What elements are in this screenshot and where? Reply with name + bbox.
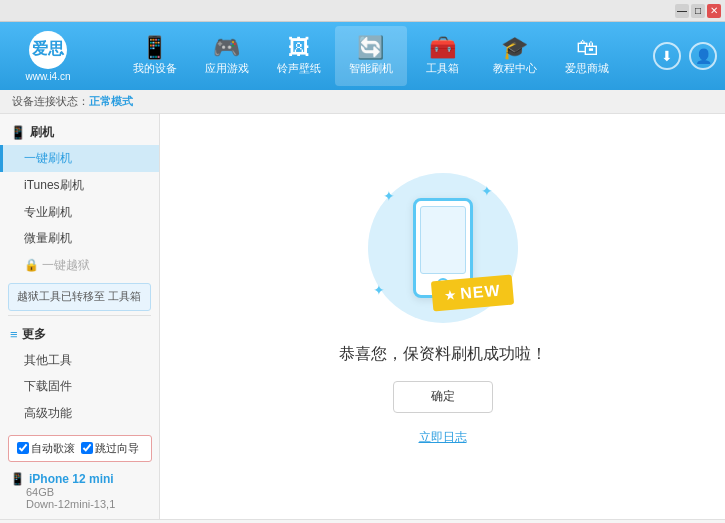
phone-illustration: ✦ ✦ ✦ NEW <box>363 168 523 328</box>
nav-smart-flash-label: 智能刷机 <box>349 61 393 76</box>
device-model: Down-12mini-13,1 <box>10 498 150 510</box>
apps-icon: 🎮 <box>213 37 240 59</box>
nav-wallpaper-label: 铃声壁纸 <box>277 61 321 76</box>
toolbox-icon: 🧰 <box>429 37 456 59</box>
sidebar-item-one-click-flash[interactable]: 一键刷机 <box>0 145 159 172</box>
sidebar-item-jailbreak-disabled: 🔒 一键越狱 <box>0 252 159 279</box>
maximize-button[interactable]: □ <box>691 4 705 18</box>
sidebar-item-advanced[interactable]: 高级功能 <box>0 400 159 427</box>
device-storage: 64GB <box>10 486 150 498</box>
skip-wizard-label: 跳过向导 <box>95 441 139 456</box>
titlebar: — □ ✕ <box>0 0 725 22</box>
tutorial-icon: 🎓 <box>501 37 528 59</box>
nav-bar: 📱 我的设备 🎮 应用游戏 🖼 铃声壁纸 🔄 智能刷机 🧰 工具箱 🎓 教程中心… <box>96 26 645 86</box>
auto-dismiss-checkbox[interactable] <box>17 442 29 454</box>
nav-my-device-label: 我的设备 <box>133 61 177 76</box>
sidebar-flash-section: 📱 刷机 <box>0 118 159 145</box>
device-info: 📱 iPhone 12 mini 64GB Down-12mini-13,1 <box>0 466 160 516</box>
download-button[interactable]: ⬇ <box>653 42 681 70</box>
success-area: ✦ ✦ ✦ NEW 恭喜您，保资料刷机成功啦！ 确定 立即日志 <box>339 168 547 446</box>
nav-my-device[interactable]: 📱 我的设备 <box>119 26 191 86</box>
sidebar-more-section: ≡ 更多 <box>0 320 159 347</box>
device-name: 📱 iPhone 12 mini <box>10 472 150 486</box>
nav-tutorial-label: 教程中心 <box>493 61 537 76</box>
nav-smart-flash[interactable]: 🔄 智能刷机 <box>335 26 407 86</box>
auto-dismiss-label: 自动歌滚 <box>31 441 75 456</box>
sidebar: 📱 刷机 一键刷机 iTunes刷机 专业刷机 微量刷机 🔒 一键越狱 越狱工具… <box>0 114 160 519</box>
close-button[interactable]: ✕ <box>707 4 721 18</box>
header-right: ⬇ 👤 <box>653 42 717 70</box>
sparkle-icon-2: ✦ <box>481 183 493 199</box>
jailbreak-label: 一键越狱 <box>42 258 90 272</box>
smart-flash-icon: 🔄 <box>357 37 384 59</box>
store-icon: 🛍 <box>576 37 598 59</box>
sparkle-icon-3: ✦ <box>373 282 385 298</box>
logo-icon: 爱思 <box>29 31 67 69</box>
sparkle-icon-1: ✦ <box>383 188 395 204</box>
nav-store[interactable]: 🛍 爱思商城 <box>551 26 623 86</box>
nav-store-label: 爱思商城 <box>565 61 609 76</box>
conn-status: 正常模式 <box>89 94 133 109</box>
header: 爱思 www.i4.cn 📱 我的设备 🎮 应用游戏 🖼 铃声壁纸 🔄 智能刷机… <box>0 22 725 90</box>
new-badge: NEW <box>431 274 514 311</box>
device-name-text: iPhone 12 mini <box>29 472 114 486</box>
phone-screen <box>420 206 466 274</box>
nav-toolbox-label: 工具箱 <box>426 61 459 76</box>
sidebar-item-other-tools[interactable]: 其他工具 <box>0 347 159 374</box>
minimize-button[interactable]: — <box>675 4 689 18</box>
sidebar-item-wipe-flash[interactable]: 微量刷机 <box>0 225 159 252</box>
skip-wizard-checkbox-label[interactable]: 跳过向导 <box>81 441 139 456</box>
connection-bar: 设备连接状态： 正常模式 <box>0 90 725 114</box>
nav-tutorial[interactable]: 🎓 教程中心 <box>479 26 551 86</box>
more-section-icon: ≡ <box>10 327 18 342</box>
logo: 爱思 www.i4.cn <box>8 28 88 84</box>
skip-wizard-checkbox[interactable] <box>81 442 93 454</box>
main-layout: 📱 刷机 一键刷机 iTunes刷机 专业刷机 微量刷机 🔒 一键越狱 越狱工具… <box>0 114 725 519</box>
lock-icon: 🔒 <box>24 258 42 272</box>
sidebar-item-pro-flash[interactable]: 专业刷机 <box>0 199 159 226</box>
content-area: ✦ ✦ ✦ NEW 恭喜您，保资料刷机成功啦！ 确定 立即日志 <box>160 114 725 519</box>
reboot-link[interactable]: 立即日志 <box>419 429 467 446</box>
success-message: 恭喜您，保资料刷机成功啦！ <box>339 344 547 365</box>
device-checkboxes: 自动歌滚 跳过向导 <box>8 435 152 462</box>
flash-section-icon: 📱 <box>10 125 26 140</box>
sidebar-item-itunes-flash[interactable]: iTunes刷机 <box>0 172 159 199</box>
nav-toolbox[interactable]: 🧰 工具箱 <box>407 26 479 86</box>
confirm-button[interactable]: 确定 <box>393 381 493 413</box>
device-section: 自动歌滚 跳过向导 📱 iPhone 12 mini 64GB Down-12m… <box>0 435 160 516</box>
my-device-icon: 📱 <box>141 37 168 59</box>
nav-apps[interactable]: 🎮 应用游戏 <box>191 26 263 86</box>
sidebar-item-download-firmware[interactable]: 下载固件 <box>0 373 159 400</box>
device-phone-icon: 📱 <box>10 472 25 486</box>
conn-prefix: 设备连接状态： <box>12 94 89 109</box>
more-section-label: 更多 <box>22 326 46 343</box>
nav-apps-label: 应用游戏 <box>205 61 249 76</box>
logo-subtitle: www.i4.cn <box>25 71 70 82</box>
sidebar-divider-1 <box>8 315 151 316</box>
wallpaper-icon: 🖼 <box>288 37 310 59</box>
nav-wallpaper[interactable]: 🖼 铃声壁纸 <box>263 26 335 86</box>
flash-section-label: 刷机 <box>30 124 54 141</box>
sidebar-jailbreak-note: 越狱工具已转移至 工具箱 <box>8 283 151 310</box>
auto-dismiss-checkbox-label[interactable]: 自动歌滚 <box>17 441 75 456</box>
statusbar: 阻止iTunes运行 V7.98.66 客服 微信公众号 检查更新 <box>0 519 725 523</box>
user-button[interactable]: 👤 <box>689 42 717 70</box>
